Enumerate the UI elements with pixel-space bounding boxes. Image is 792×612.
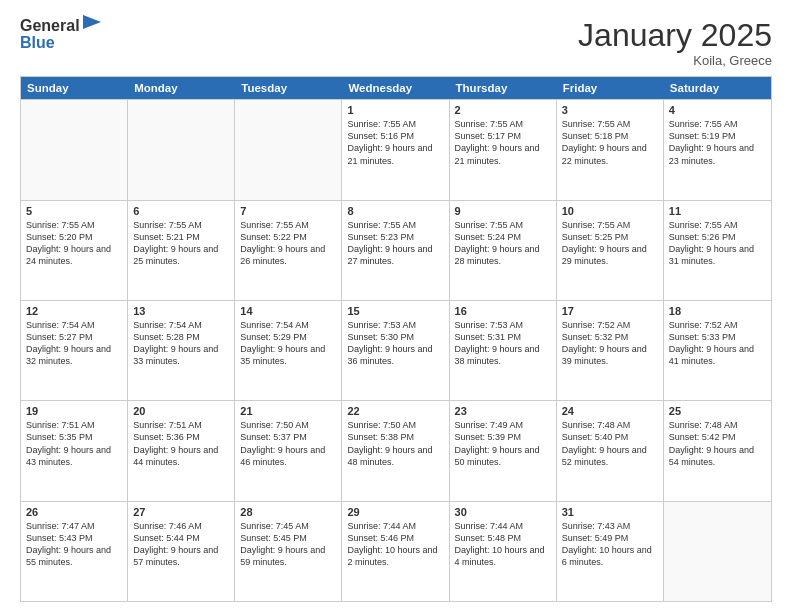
location-subtitle: Koila, Greece: [578, 53, 772, 68]
calendar-cell-day: 2Sunrise: 7:55 AM Sunset: 5:17 PM Daylig…: [450, 100, 557, 199]
calendar-cell-day: 22Sunrise: 7:50 AM Sunset: 5:38 PM Dayli…: [342, 401, 449, 500]
calendar-cell-empty: [128, 100, 235, 199]
day-info: Sunrise: 7:55 AM Sunset: 5:24 PM Dayligh…: [455, 219, 551, 268]
logo-flag-icon: [83, 15, 101, 33]
day-number: 12: [26, 305, 122, 317]
calendar-cell-day: 14Sunrise: 7:54 AM Sunset: 5:29 PM Dayli…: [235, 301, 342, 400]
day-info: Sunrise: 7:46 AM Sunset: 5:44 PM Dayligh…: [133, 520, 229, 569]
day-info: Sunrise: 7:55 AM Sunset: 5:18 PM Dayligh…: [562, 118, 658, 167]
day-number: 3: [562, 104, 658, 116]
weekday-header-saturday: Saturday: [664, 77, 771, 99]
logo-general: General: [20, 18, 80, 34]
day-info: Sunrise: 7:43 AM Sunset: 5:49 PM Dayligh…: [562, 520, 658, 569]
day-number: 7: [240, 205, 336, 217]
day-number: 20: [133, 405, 229, 417]
calendar-cell-day: 24Sunrise: 7:48 AM Sunset: 5:40 PM Dayli…: [557, 401, 664, 500]
day-info: Sunrise: 7:52 AM Sunset: 5:32 PM Dayligh…: [562, 319, 658, 368]
calendar-cell-day: 12Sunrise: 7:54 AM Sunset: 5:27 PM Dayli…: [21, 301, 128, 400]
day-info: Sunrise: 7:54 AM Sunset: 5:27 PM Dayligh…: [26, 319, 122, 368]
day-number: 8: [347, 205, 443, 217]
day-number: 13: [133, 305, 229, 317]
page-header: General Blue January 2025 Koila, Greece: [20, 18, 772, 68]
calendar-week-row: 12Sunrise: 7:54 AM Sunset: 5:27 PM Dayli…: [21, 300, 771, 400]
day-info: Sunrise: 7:44 AM Sunset: 5:48 PM Dayligh…: [455, 520, 551, 569]
day-number: 2: [455, 104, 551, 116]
calendar-cell-day: 20Sunrise: 7:51 AM Sunset: 5:36 PM Dayli…: [128, 401, 235, 500]
day-info: Sunrise: 7:55 AM Sunset: 5:22 PM Dayligh…: [240, 219, 336, 268]
calendar-cell-day: 13Sunrise: 7:54 AM Sunset: 5:28 PM Dayli…: [128, 301, 235, 400]
day-info: Sunrise: 7:55 AM Sunset: 5:20 PM Dayligh…: [26, 219, 122, 268]
day-info: Sunrise: 7:44 AM Sunset: 5:46 PM Dayligh…: [347, 520, 443, 569]
logo-blue: Blue: [20, 34, 55, 51]
calendar-body: 1Sunrise: 7:55 AM Sunset: 5:16 PM Daylig…: [21, 99, 771, 601]
day-info: Sunrise: 7:47 AM Sunset: 5:43 PM Dayligh…: [26, 520, 122, 569]
day-info: Sunrise: 7:55 AM Sunset: 5:25 PM Dayligh…: [562, 219, 658, 268]
day-number: 27: [133, 506, 229, 518]
day-info: Sunrise: 7:54 AM Sunset: 5:29 PM Dayligh…: [240, 319, 336, 368]
day-info: Sunrise: 7:55 AM Sunset: 5:19 PM Dayligh…: [669, 118, 766, 167]
calendar-cell-day: 10Sunrise: 7:55 AM Sunset: 5:25 PM Dayli…: [557, 201, 664, 300]
day-number: 26: [26, 506, 122, 518]
calendar-week-row: 5Sunrise: 7:55 AM Sunset: 5:20 PM Daylig…: [21, 200, 771, 300]
day-number: 18: [669, 305, 766, 317]
day-info: Sunrise: 7:53 AM Sunset: 5:30 PM Dayligh…: [347, 319, 443, 368]
day-number: 30: [455, 506, 551, 518]
calendar-cell-day: 4Sunrise: 7:55 AM Sunset: 5:19 PM Daylig…: [664, 100, 771, 199]
calendar-cell-day: 15Sunrise: 7:53 AM Sunset: 5:30 PM Dayli…: [342, 301, 449, 400]
day-info: Sunrise: 7:54 AM Sunset: 5:28 PM Dayligh…: [133, 319, 229, 368]
calendar-cell-day: 7Sunrise: 7:55 AM Sunset: 5:22 PM Daylig…: [235, 201, 342, 300]
day-info: Sunrise: 7:48 AM Sunset: 5:40 PM Dayligh…: [562, 419, 658, 468]
calendar-grid: SundayMondayTuesdayWednesdayThursdayFrid…: [20, 76, 772, 602]
calendar-cell-day: 21Sunrise: 7:50 AM Sunset: 5:37 PM Dayli…: [235, 401, 342, 500]
logo: General Blue: [20, 18, 101, 52]
day-number: 23: [455, 405, 551, 417]
calendar-cell-day: 1Sunrise: 7:55 AM Sunset: 5:16 PM Daylig…: [342, 100, 449, 199]
calendar-cell-day: 25Sunrise: 7:48 AM Sunset: 5:42 PM Dayli…: [664, 401, 771, 500]
day-number: 29: [347, 506, 443, 518]
day-number: 4: [669, 104, 766, 116]
day-number: 6: [133, 205, 229, 217]
calendar-cell-day: 29Sunrise: 7:44 AM Sunset: 5:46 PM Dayli…: [342, 502, 449, 601]
month-year-title: January 2025: [578, 18, 772, 53]
day-info: Sunrise: 7:48 AM Sunset: 5:42 PM Dayligh…: [669, 419, 766, 468]
day-info: Sunrise: 7:55 AM Sunset: 5:21 PM Dayligh…: [133, 219, 229, 268]
day-number: 10: [562, 205, 658, 217]
weekday-header-monday: Monday: [128, 77, 235, 99]
weekday-header-sunday: Sunday: [21, 77, 128, 99]
calendar-cell-day: 19Sunrise: 7:51 AM Sunset: 5:35 PM Dayli…: [21, 401, 128, 500]
day-info: Sunrise: 7:55 AM Sunset: 5:23 PM Dayligh…: [347, 219, 443, 268]
day-number: 1: [347, 104, 443, 116]
calendar-page: General Blue January 2025 Koila, Greece …: [0, 0, 792, 612]
calendar-cell-day: 31Sunrise: 7:43 AM Sunset: 5:49 PM Dayli…: [557, 502, 664, 601]
day-number: 16: [455, 305, 551, 317]
calendar-week-row: 19Sunrise: 7:51 AM Sunset: 5:35 PM Dayli…: [21, 400, 771, 500]
calendar-cell-empty: [664, 502, 771, 601]
calendar-cell-day: 6Sunrise: 7:55 AM Sunset: 5:21 PM Daylig…: [128, 201, 235, 300]
day-info: Sunrise: 7:52 AM Sunset: 5:33 PM Dayligh…: [669, 319, 766, 368]
weekday-header-wednesday: Wednesday: [342, 77, 449, 99]
weekday-header-thursday: Thursday: [450, 77, 557, 99]
day-number: 22: [347, 405, 443, 417]
day-number: 21: [240, 405, 336, 417]
weekday-header-friday: Friday: [557, 77, 664, 99]
calendar-cell-day: 17Sunrise: 7:52 AM Sunset: 5:32 PM Dayli…: [557, 301, 664, 400]
weekday-header-tuesday: Tuesday: [235, 77, 342, 99]
day-number: 17: [562, 305, 658, 317]
day-info: Sunrise: 7:51 AM Sunset: 5:35 PM Dayligh…: [26, 419, 122, 468]
day-info: Sunrise: 7:51 AM Sunset: 5:36 PM Dayligh…: [133, 419, 229, 468]
calendar-cell-day: 9Sunrise: 7:55 AM Sunset: 5:24 PM Daylig…: [450, 201, 557, 300]
calendar-cell-day: 26Sunrise: 7:47 AM Sunset: 5:43 PM Dayli…: [21, 502, 128, 601]
calendar-cell-day: 3Sunrise: 7:55 AM Sunset: 5:18 PM Daylig…: [557, 100, 664, 199]
day-info: Sunrise: 7:45 AM Sunset: 5:45 PM Dayligh…: [240, 520, 336, 569]
calendar-cell-empty: [235, 100, 342, 199]
day-info: Sunrise: 7:53 AM Sunset: 5:31 PM Dayligh…: [455, 319, 551, 368]
day-number: 31: [562, 506, 658, 518]
calendar-cell-day: 16Sunrise: 7:53 AM Sunset: 5:31 PM Dayli…: [450, 301, 557, 400]
day-number: 9: [455, 205, 551, 217]
calendar-cell-day: 23Sunrise: 7:49 AM Sunset: 5:39 PM Dayli…: [450, 401, 557, 500]
calendar-cell-day: 18Sunrise: 7:52 AM Sunset: 5:33 PM Dayli…: [664, 301, 771, 400]
day-number: 28: [240, 506, 336, 518]
calendar-cell-empty: [21, 100, 128, 199]
day-info: Sunrise: 7:55 AM Sunset: 5:16 PM Dayligh…: [347, 118, 443, 167]
day-number: 25: [669, 405, 766, 417]
